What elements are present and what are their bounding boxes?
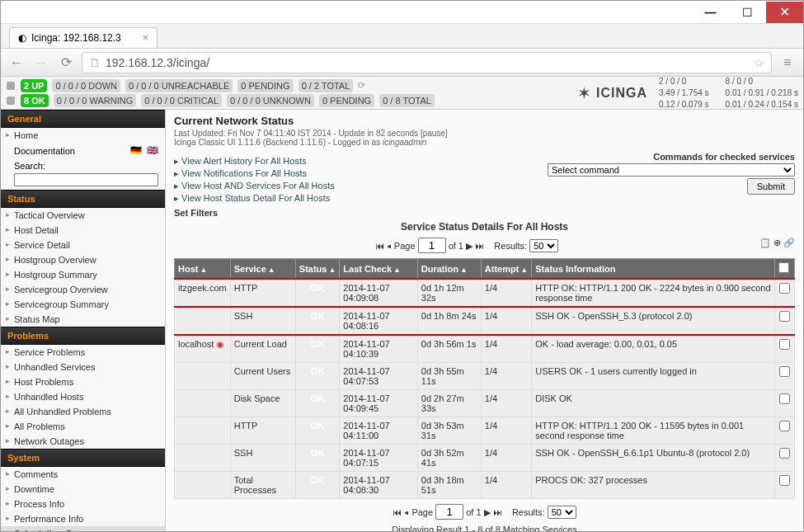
flag-en-icon[interactable]: 🇬🇧 xyxy=(147,145,158,156)
sidebar-item-home[interactable]: Home xyxy=(1,128,165,143)
link-alert-history[interactable]: ▸ View Alert History For All Hosts xyxy=(174,156,306,166)
minimize-button[interactable]: — xyxy=(692,2,729,23)
page-last-icon-bottom[interactable]: ⏭ xyxy=(493,507,502,517)
row-checkbox[interactable] xyxy=(779,366,790,377)
page-last-icon[interactable]: ⏭ xyxy=(475,241,484,251)
svc-crit-pill[interactable]: 0 / 0 / 0 CRITICAL xyxy=(141,94,222,107)
cell-host[interactable] xyxy=(175,472,231,499)
svc-warn-pill[interactable]: 0 / 0 / 0 WARNING xyxy=(54,94,137,107)
cell-host[interactable] xyxy=(175,445,231,472)
select-all-checkbox[interactable] xyxy=(778,262,789,273)
cell-host[interactable]: itzgeek.com xyxy=(175,279,231,307)
hosts-total-pill[interactable]: 0 / 2 TOTAL xyxy=(299,79,354,92)
sidebar-item-scheduling-queue[interactable]: Scheduling Queue xyxy=(1,526,165,531)
sidebar-item-network-outages[interactable]: Network Outages xyxy=(1,434,165,449)
svc-ok-pill[interactable]: 8 OK xyxy=(21,94,49,107)
link-host-services[interactable]: ▸ View Host AND Services For All Hosts xyxy=(174,181,335,191)
menu-button[interactable]: ≡ xyxy=(778,54,797,72)
cell-service[interactable]: Disk Space xyxy=(230,390,295,417)
row-checkbox[interactable] xyxy=(779,339,790,350)
sidebar-item-servicedetail[interactable]: Service Detail xyxy=(1,238,165,252)
back-button[interactable]: ← xyxy=(7,54,26,72)
cell-service[interactable]: Current Users xyxy=(230,363,295,390)
cell-host[interactable] xyxy=(175,390,231,417)
row-checkbox[interactable] xyxy=(779,393,790,404)
col-duration[interactable]: Duration▲ xyxy=(417,259,481,280)
set-filters-link[interactable]: Set Filters xyxy=(174,208,795,218)
row-checkbox[interactable] xyxy=(779,448,790,459)
url-input[interactable]: 🗋 192.168.12.3/icinga/ ☆ xyxy=(82,52,772,73)
refresh-icon[interactable]: ⟳ xyxy=(358,80,365,91)
hosts-up-pill[interactable]: 2 UP xyxy=(21,79,47,92)
sidebar-item-all-problems[interactable]: All Problems xyxy=(1,419,165,434)
sidebar-item-hostdetail[interactable]: Host Detail xyxy=(1,223,165,238)
hosts-down-pill[interactable]: 0 / 0 / 0 DOWN xyxy=(52,79,120,92)
sidebar-item-svcgroup-ov[interactable]: Servicegroup Overview xyxy=(1,282,165,297)
page-input-bottom[interactable] xyxy=(435,504,463,520)
csv-icon[interactable]: ⊕ xyxy=(773,238,781,247)
cell-host[interactable] xyxy=(175,307,231,335)
col-attempt[interactable]: Attempt▲ xyxy=(481,259,531,280)
export-icon[interactable]: 📋 xyxy=(759,238,771,247)
col-lastcheck[interactable]: Last Check▲ xyxy=(340,259,417,280)
sidebar-item-unhandled-svc[interactable]: Unhandled Services xyxy=(1,360,165,374)
cell-service[interactable]: SSH xyxy=(230,307,295,335)
link-notifications[interactable]: ▸ View Notifications For All Hosts xyxy=(174,168,307,178)
sidebar-item-downtime[interactable]: Downtime xyxy=(1,482,165,497)
page-prev-icon-bottom[interactable]: ◀ xyxy=(404,507,409,517)
svc-unk-pill[interactable]: 0 / 0 / 0 UNKNOWN xyxy=(227,94,314,107)
cell-service[interactable]: SSH xyxy=(230,445,295,472)
submit-button[interactable]: Submit xyxy=(747,178,795,195)
flag-de-icon[interactable]: 🇩🇪 xyxy=(130,145,142,156)
hosts-unreach-pill[interactable]: 0 / 0 / 0 UNREACHABLE xyxy=(125,79,233,92)
svc-total-pill[interactable]: 0 / 8 TOTAL xyxy=(379,94,435,107)
sidebar-item-documentation[interactable]: Documentation xyxy=(14,146,75,156)
sidebar-item-statusmap[interactable]: Status Map xyxy=(1,312,165,327)
close-button[interactable]: ✕ xyxy=(766,2,803,23)
sidebar-item-all-unhandled[interactable]: All Unhandled Problems xyxy=(1,404,165,419)
sidebar-item-hostgroup-sum[interactable]: Hostgroup Summary xyxy=(1,267,165,282)
tab-close-icon[interactable]: × xyxy=(143,32,148,44)
maximize-button[interactable]: ☐ xyxy=(729,2,766,23)
cell-host[interactable] xyxy=(175,417,231,445)
results-select[interactable]: 50 xyxy=(529,239,558,252)
page-next-icon-bottom[interactable]: ▶ xyxy=(484,507,491,517)
col-host[interactable]: Host▲ xyxy=(175,259,231,280)
sidebar-item-host-problems[interactable]: Host Problems xyxy=(1,374,165,389)
browser-tab[interactable]: ◐ Icinga: 192.168.12.3 × xyxy=(9,27,158,48)
col-info[interactable]: Status Information xyxy=(532,259,775,280)
sidebar-item-tactical[interactable]: Tactical Overview xyxy=(1,208,165,223)
page-prev-icon[interactable]: ◀ xyxy=(387,241,392,251)
cell-service[interactable]: HTTP xyxy=(230,279,295,307)
link-host-status[interactable]: ▸ View Host Status Detail For All Hosts xyxy=(174,193,330,203)
cell-service[interactable]: Current Load xyxy=(230,335,295,363)
cell-service[interactable]: HTTP xyxy=(230,417,295,445)
row-checkbox[interactable] xyxy=(779,475,790,486)
row-checkbox[interactable] xyxy=(779,283,790,294)
forward-button[interactable]: → xyxy=(32,54,50,72)
sidebar-item-svc-problems[interactable]: Service Problems xyxy=(1,345,165,360)
hosts-pending-pill[interactable]: 0 PENDING xyxy=(237,79,293,92)
bookmark-star-icon[interactable]: ☆ xyxy=(754,56,764,69)
cell-host[interactable]: localhost ◉ xyxy=(175,335,231,363)
col-status[interactable]: Status▲ xyxy=(295,259,340,280)
cell-service[interactable]: Total Processes xyxy=(230,472,295,499)
page-first-icon-bottom[interactable]: ⏮ xyxy=(393,507,402,517)
row-checkbox[interactable] xyxy=(779,311,790,322)
page-input[interactable] xyxy=(418,238,446,253)
col-service[interactable]: Service▲ xyxy=(230,259,295,280)
reload-button[interactable]: ⟳ xyxy=(57,54,75,72)
page-first-icon[interactable]: ⏮ xyxy=(375,241,384,251)
sidebar-item-unhandled-hosts[interactable]: Unhandled Hosts xyxy=(1,389,165,404)
page-next-icon[interactable]: ▶ xyxy=(466,241,473,251)
sidebar-item-svcgroup-sum[interactable]: Servicegroup Summary xyxy=(1,297,165,312)
link-icon[interactable]: 🔗 xyxy=(783,238,795,247)
sidebar-item-hostgroup-ov[interactable]: Hostgroup Overview xyxy=(1,252,165,267)
sidebar-item-performance-info[interactable]: Performance Info xyxy=(1,511,165,526)
sidebar-item-process-info[interactable]: Process Info xyxy=(1,497,165,511)
cell-host[interactable] xyxy=(175,363,231,390)
svc-pending-pill[interactable]: 0 PENDING xyxy=(319,94,374,107)
sidebar-item-comments[interactable]: Comments xyxy=(1,467,165,482)
command-select[interactable]: Select command xyxy=(548,163,795,177)
row-checkbox[interactable] xyxy=(779,421,790,431)
